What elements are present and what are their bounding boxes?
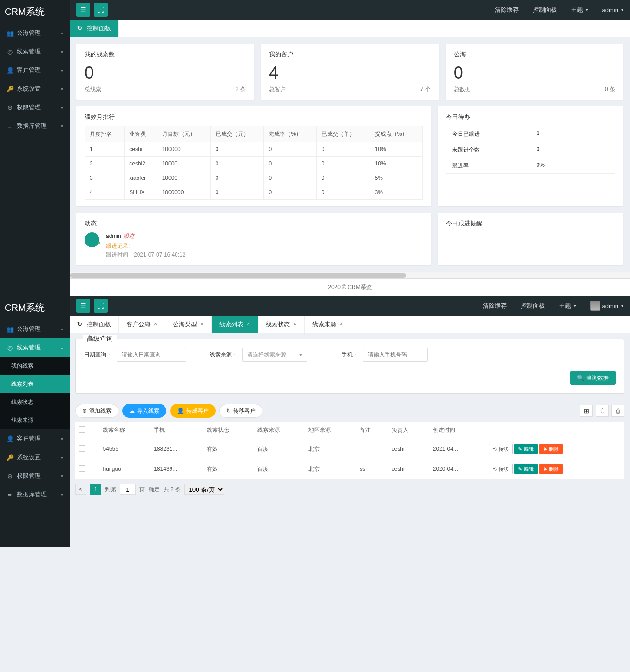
horizontal-scrollbar[interactable] bbox=[70, 272, 630, 278]
import-lead-button[interactable]: ☁导入线索 bbox=[122, 404, 166, 418]
tab-控制面板[interactable]: 控制面板 bbox=[70, 316, 119, 333]
sidebar-item-my-leads[interactable]: 我的线索 bbox=[0, 357, 70, 375]
chevron-down-icon: ▾ bbox=[586, 7, 588, 12]
add-lead-button[interactable]: ⊕添加线索 bbox=[75, 404, 118, 418]
control-panel-link[interactable]: 控制面板 bbox=[533, 6, 557, 14]
table-row: 3xiaofei100000005% bbox=[85, 171, 423, 185]
sidebar-item-database[interactable]: ≡数据库管理▾ bbox=[0, 117, 70, 135]
row-checkbox[interactable] bbox=[79, 445, 85, 452]
tab-control-panel[interactable]: 控制面板 bbox=[70, 20, 119, 37]
close-icon[interactable]: ✕ bbox=[200, 321, 204, 327]
sidebar-item-permissions[interactable]: ⊕权限管理▾ bbox=[0, 98, 70, 117]
sidebar-item-customers[interactable]: 👤客户管理▾ bbox=[0, 429, 70, 448]
table-row: 54555 188231... 有效 百度 北京 ceshi 2021-04..… bbox=[75, 439, 624, 459]
table-header: 手机 bbox=[150, 422, 203, 439]
table-header: 已成交（元） bbox=[210, 126, 264, 142]
chevron-down-icon: ▾ bbox=[61, 86, 63, 92]
move-customer-button[interactable]: ↻转移客户 bbox=[219, 404, 262, 418]
card-title: 今日待办 bbox=[446, 113, 615, 121]
move-row-button[interactable]: ⟲ 转移 bbox=[489, 444, 513, 454]
close-icon[interactable]: ✕ bbox=[339, 321, 343, 327]
close-icon[interactable]: ✕ bbox=[293, 321, 297, 327]
chevron-down-icon: ▾ bbox=[574, 303, 576, 308]
sidebar-item-settings[interactable]: 🔑系统设置▾ bbox=[0, 448, 70, 467]
sidebar-item-permissions[interactable]: ⊕权限管理▾ bbox=[0, 467, 70, 485]
go-page-button[interactable]: 确定 bbox=[149, 486, 160, 494]
theme-dropdown[interactable]: 主题▾ bbox=[571, 6, 588, 14]
select-all-checkbox[interactable] bbox=[79, 426, 85, 433]
move-row-button[interactable]: ⟲ 转移 bbox=[489, 464, 513, 474]
source-select[interactable]: 请选择线索来源▾ bbox=[242, 348, 307, 362]
export-button[interactable]: ⇩ bbox=[596, 405, 609, 417]
date-filter-label: 日期查询： bbox=[84, 351, 112, 359]
search-button[interactable]: 🔍查询数据 bbox=[570, 371, 616, 385]
delete-row-button[interactable]: ✖ 删除 bbox=[539, 464, 563, 474]
columns-button[interactable]: ⊞ bbox=[580, 405, 593, 417]
sidebar-item-lead-status[interactable]: 线索状态 bbox=[0, 393, 70, 411]
user-icon: 👤 bbox=[7, 67, 13, 74]
todo-row: 今日已跟进0 bbox=[446, 126, 615, 142]
tab-线索列表[interactable]: 线索列表✕ bbox=[212, 316, 258, 333]
tab-线索状态[interactable]: 线索状态✕ bbox=[258, 316, 305, 333]
table-row: 4SHHX10000000003% bbox=[85, 185, 423, 200]
sidebar: CRM系统 👥公海管理▾ ◎线索管理▴ 我的线索 线索列表 线索状态 线索来源 … bbox=[0, 296, 70, 547]
chevron-down-icon: ▾ bbox=[299, 351, 302, 358]
convert-customer-button[interactable]: 👤转成客户 bbox=[170, 404, 216, 418]
page-1-button[interactable]: 1 bbox=[90, 484, 101, 495]
chevron-down-icon: ▾ bbox=[621, 7, 623, 12]
sidebar-item-lead-source[interactable]: 线索来源 bbox=[0, 411, 70, 429]
tab-公海类型[interactable]: 公海类型✕ bbox=[165, 316, 212, 333]
globe-icon: ⊕ bbox=[7, 473, 13, 480]
close-icon[interactable]: ✕ bbox=[153, 321, 158, 327]
clear-cache-link[interactable]: 清除缓存 bbox=[483, 302, 507, 310]
tab-客户公海[interactable]: 客户公海✕ bbox=[119, 316, 165, 333]
edit-row-button[interactable]: ✎ 编辑 bbox=[514, 464, 538, 474]
menu-toggle-button[interactable]: ☰ bbox=[76, 3, 90, 17]
row-checkbox[interactable] bbox=[79, 465, 85, 472]
edit-row-button[interactable]: ✎ 编辑 bbox=[514, 444, 538, 454]
fullscreen-button[interactable]: ⛶ bbox=[94, 3, 108, 17]
user-dropdown[interactable]: admin▾ bbox=[602, 7, 623, 13]
search-icon: 🔍 bbox=[577, 375, 584, 381]
sidebar-item-leads[interactable]: ◎线索管理▴ bbox=[0, 338, 70, 357]
avatar bbox=[590, 301, 600, 311]
close-icon[interactable]: ✕ bbox=[246, 321, 250, 327]
clear-cache-link[interactable]: 清除缓存 bbox=[495, 6, 519, 14]
card-value: 4 bbox=[269, 63, 430, 83]
sidebar-item-public-sea[interactable]: 👥公海管理▾ bbox=[0, 24, 70, 42]
page-footer: 2020 © CRM系统 bbox=[70, 278, 630, 296]
tab-线索来源[interactable]: 线索来源✕ bbox=[305, 316, 351, 333]
sidebar-item-customers[interactable]: 👤客户管理▾ bbox=[0, 61, 70, 79]
page-size-select[interactable]: 100 条/页 bbox=[184, 484, 224, 495]
table-header: 负责人 bbox=[388, 422, 429, 439]
date-input[interactable] bbox=[117, 348, 186, 362]
activity-label: 跟进记录: bbox=[106, 242, 185, 250]
chevron-down-icon: ▾ bbox=[621, 303, 623, 308]
chevron-down-icon: ▾ bbox=[61, 474, 63, 479]
sidebar-item-lead-list[interactable]: 线索列表 bbox=[0, 375, 70, 393]
print-button[interactable]: ⎙ bbox=[611, 405, 624, 417]
key-icon: 🔑 bbox=[7, 86, 13, 92]
stat-card-public: 公海 0 总数据0 条 bbox=[446, 44, 623, 100]
remind-card: 今日跟进提醒 bbox=[438, 213, 623, 265]
delete-row-button[interactable]: ✖ 删除 bbox=[539, 444, 563, 454]
menu-toggle-button[interactable]: ☰ bbox=[76, 299, 90, 313]
pagination: < 1 到第 页 确定 共 2 条 100 条/页 bbox=[70, 479, 630, 500]
theme-dropdown[interactable]: 主题▾ bbox=[559, 302, 576, 310]
table-header: 月度排名 bbox=[85, 126, 125, 142]
fullscreen-button[interactable]: ⛶ bbox=[94, 299, 108, 313]
users-icon: 👥 bbox=[7, 30, 13, 37]
phone-input[interactable] bbox=[363, 348, 428, 362]
tabs-bar: 控制面板客户公海✕公海类型✕线索列表✕线索状态✕线索来源✕ bbox=[70, 316, 630, 333]
sidebar-item-public-sea[interactable]: 👥公海管理▾ bbox=[0, 320, 70, 338]
prev-page-button[interactable]: < bbox=[75, 484, 86, 495]
sidebar-item-leads[interactable]: ◎线索管理▾ bbox=[0, 42, 70, 61]
sidebar-item-settings[interactable]: 🔑系统设置▾ bbox=[0, 79, 70, 98]
activity-tag: 跟进 bbox=[123, 233, 134, 239]
user-dropdown[interactable]: admin▾ bbox=[590, 301, 623, 311]
page-input[interactable] bbox=[120, 484, 136, 495]
control-panel-link[interactable]: 控制面板 bbox=[521, 302, 545, 310]
table-header: 完成率（%） bbox=[264, 126, 316, 142]
sidebar-item-database[interactable]: ≡数据库管理▾ bbox=[0, 485, 70, 504]
stat-card-leads: 我的线索数 0 总线索2 条 bbox=[76, 44, 254, 100]
